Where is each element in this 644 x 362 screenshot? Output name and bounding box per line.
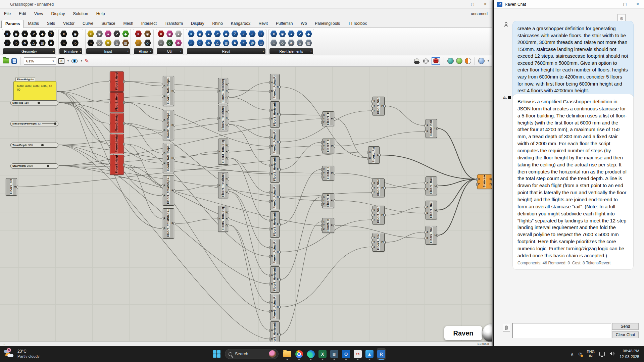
node-floor3-horizontalrun[interactable]: Floor3_HorizontalRunABR bbox=[270, 211, 280, 238]
raven-button[interactable]: Raven bbox=[444, 326, 482, 340]
zoom-extents-icon[interactable]: ✕ bbox=[58, 57, 64, 65]
revert-link[interactable]: Revert bbox=[599, 261, 610, 265]
tab-pufferfish[interactable]: Pufferfish bbox=[272, 19, 297, 28]
honeycomb-icon[interactable]: ○ bbox=[134, 39, 142, 47]
node-floor1-actualrise[interactable]: Floor1_ActualRiseABR bbox=[270, 74, 280, 100]
node-floor5_start[interactable]: Floor5_StartXYZPt bbox=[373, 233, 385, 252]
compass-icon[interactable]: ◐ bbox=[248, 30, 256, 38]
draw-icons-icon[interactable] bbox=[447, 58, 454, 64]
language-indicator[interactable]: ENG IN bbox=[587, 350, 595, 358]
toolbar-group-label[interactable]: Revit Elements▾ bbox=[269, 48, 313, 54]
clear-chat-button[interactable]: Clear Chat bbox=[612, 331, 639, 338]
tab-maths[interactable]: Maths bbox=[24, 19, 43, 28]
number-slider-icon[interactable]: × bbox=[87, 30, 95, 38]
line-icon[interactable]: ◆ bbox=[38, 30, 46, 38]
plane-b-icon[interactable]: ✛ bbox=[257, 30, 265, 38]
floorheights-panel[interactable]: FloorHeights 6000, 4200, 4200, 4200, 420… bbox=[13, 81, 56, 102]
panel-icon[interactable]: △ bbox=[113, 39, 121, 47]
preview-off-icon[interactable] bbox=[413, 57, 420, 65]
node-floor5_height[interactable]: Floor5_Height bbox=[110, 155, 124, 175]
tab-kangaroo2[interactable]: Kangaroo2 bbox=[227, 19, 255, 28]
chat-input[interactable] bbox=[512, 323, 611, 338]
ceiling-icon[interactable]: × bbox=[270, 30, 278, 38]
node-floor1-start[interactable]: Floor1_StartPt bbox=[6, 178, 17, 196]
graph-mapper-icon[interactable]: ⊕ bbox=[104, 39, 112, 47]
box-icon[interactable]: ● bbox=[21, 30, 29, 38]
tab-rhino[interactable]: Rhino bbox=[208, 19, 227, 28]
analyze-icon[interactable]: ≡ bbox=[240, 39, 248, 47]
node-floor5_rail[interactable]: Floor5_RailABL bbox=[426, 226, 437, 245]
roof-icon[interactable]: ⊕ bbox=[287, 39, 295, 47]
gh-maximize-button[interactable]: ▢ bbox=[466, 0, 479, 8]
surface-icon[interactable]: ◇ bbox=[12, 39, 20, 47]
node-floor3_start[interactable]: Floor3_StartXYZPt bbox=[373, 178, 385, 197]
vector-icon[interactable]: ↗ bbox=[30, 30, 38, 38]
filter-icon[interactable]: ⊕ bbox=[205, 39, 213, 47]
view3d-icon[interactable]: ◆ bbox=[222, 30, 230, 38]
node-floor1-horizontalrun[interactable]: Floor1_HorizontalRunABR bbox=[270, 101, 280, 127]
node-division-3[interactable]: Floor3_TotalSteps..DivABR bbox=[163, 143, 174, 173]
weather-widget[interactable]: 5 23°C Partly cloudy bbox=[0, 349, 81, 359]
node-floor3-actualrise[interactable]: Floor3_ActualRiseABR bbox=[270, 184, 280, 210]
taskbar-app-file-explorer[interactable] bbox=[283, 348, 292, 360]
node-floor3_height[interactable]: Floor3_Height bbox=[110, 113, 124, 133]
schedule-icon[interactable]: ▤ bbox=[257, 39, 265, 47]
node-floor3_rail[interactable]: Floor3_RailABL bbox=[426, 176, 437, 195]
rebar-icon[interactable]: ◆ bbox=[305, 30, 313, 38]
slider-track[interactable] bbox=[34, 145, 55, 145]
menu-display[interactable]: Display bbox=[47, 10, 69, 17]
slider-track[interactable] bbox=[34, 166, 55, 166]
menu-solution[interactable]: Solution bbox=[69, 10, 92, 17]
plane-icon[interactable]: △ bbox=[30, 39, 38, 47]
text-icon[interactable]: ◇ bbox=[71, 39, 79, 47]
wall-icon[interactable]: ◉ bbox=[279, 30, 287, 38]
type-icon[interactable]: A bbox=[231, 39, 239, 47]
stop-icon[interactable] bbox=[508, 96, 511, 99]
number-icon[interactable]: ○ bbox=[60, 39, 68, 47]
toolbar-group-label[interactable]: Revit▾ bbox=[187, 48, 265, 54]
node-division-5[interactable]: Floor5_TotalSteps..DivABR bbox=[163, 208, 174, 239]
tab-display[interactable]: Display bbox=[187, 19, 208, 28]
node-round-2[interactable]: Floor2_TotalStepsxNFC bbox=[218, 105, 228, 131]
workset-icon[interactable]: ○ bbox=[187, 39, 195, 47]
deck-icon[interactable]: △ bbox=[296, 39, 304, 47]
element-icon[interactable]: ◉ bbox=[196, 30, 204, 38]
node-floor4_start[interactable]: Floor4_StartXYZPt bbox=[373, 206, 385, 224]
track-icon[interactable]: ▦ bbox=[222, 39, 230, 47]
geometry-icon[interactable]: 7 bbox=[47, 30, 55, 38]
tree-icon[interactable]: ◇ bbox=[166, 39, 174, 47]
attach-file-button[interactable] bbox=[503, 324, 510, 332]
raven-minimize-button[interactable]: — bbox=[606, 0, 618, 8]
slider-knob[interactable] bbox=[38, 102, 40, 104]
send-button[interactable]: Send bbox=[612, 323, 639, 330]
raven-close-button[interactable]: ✕ bbox=[631, 0, 644, 8]
tab-transform[interactable]: Transform bbox=[161, 19, 187, 28]
node-division-1[interactable]: Floor1_TotalSteps..DivABR bbox=[163, 76, 174, 106]
level-icon[interactable]: ↗ bbox=[213, 30, 221, 38]
node-floor5-horizontalrun[interactable]: Floor5_HorizontalRunABR bbox=[270, 321, 280, 342]
taskbar-app-edge[interactable] bbox=[306, 348, 315, 360]
slider-treaddepth[interactable]: TreadDepth 300 bbox=[10, 143, 58, 148]
taskbar-app-chrome[interactable] bbox=[295, 348, 303, 360]
node-floor5-actualrise[interactable]: Floor5_ActualRiseABR bbox=[270, 294, 280, 320]
node-floor4_end[interactable]: Floor4_EndXYZPt bbox=[322, 193, 334, 208]
open-file-icon[interactable] bbox=[3, 57, 9, 65]
flask-icon[interactable]: ⊕ bbox=[175, 39, 183, 47]
raven-titlebar[interactable]: R Raven Chat — ▢ ✕ bbox=[494, 0, 644, 9]
button-icon[interactable]: ◉ bbox=[95, 30, 103, 38]
draw-full-names-icon[interactable] bbox=[456, 58, 462, 64]
taskbar-app-excel[interactable]: X bbox=[318, 348, 327, 360]
gradient-icon[interactable]: ◆ bbox=[121, 30, 130, 38]
node-floor2_rail[interactable]: Floor2_RailABL bbox=[426, 119, 437, 138]
gh-close-button[interactable]: ✕ bbox=[479, 0, 492, 8]
preview-shaded-icon[interactable] bbox=[432, 57, 440, 65]
chevron-down-icon[interactable]: ▾ bbox=[488, 59, 489, 62]
ramp-icon[interactable]: ● bbox=[287, 30, 295, 38]
tab-surface[interactable]: Surface bbox=[97, 19, 119, 28]
cube-icon[interactable]: @ bbox=[248, 39, 256, 47]
raven-maximize-button[interactable]: ▢ bbox=[618, 0, 631, 8]
cherry-picker-icon[interactable]: × bbox=[157, 30, 165, 38]
node-floor2_end[interactable]: Floor2_EndXYZPt bbox=[322, 139, 334, 153]
node-floor2_height[interactable]: Floor2_Height bbox=[110, 92, 124, 112]
display-icon[interactable] bbox=[599, 352, 605, 356]
